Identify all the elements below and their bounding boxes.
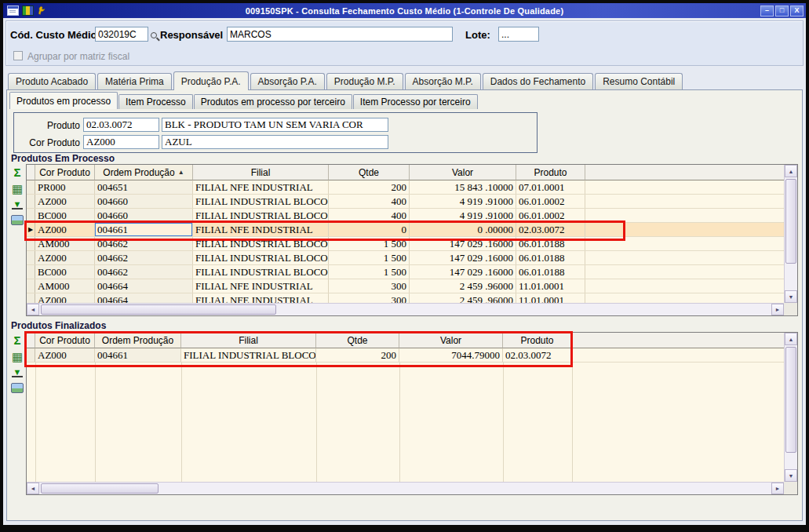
scroll-left-button[interactable]: ◄ [27,483,39,494]
cod-custo-medio-input[interactable] [95,27,148,42]
grid2-empty-area [27,363,797,483]
produtos-finalizados-grid: Cor Produto Ordem Produção Filial Qtde V… [26,332,798,495]
minimize-button[interactable]: – [760,5,774,16]
export-grid-icon[interactable]: ▦ [12,352,23,363]
cor-produto-desc-input[interactable] [162,135,388,149]
row-indicator-header [27,165,35,180]
app-icon[interactable] [22,5,34,16]
column-header-label: Valor [452,167,473,178]
sum-icon[interactable]: Σ [13,166,20,178]
grid1-vertical-scrollbar[interactable]: ▲ ▼ [784,165,797,303]
scrollbar-thumb[interactable] [785,347,796,453]
column-header-filial[interactable]: Filial [181,333,316,348]
responsavel-label: Responsável [160,29,223,41]
column-header-label: Qtde [347,335,367,346]
sum-icon[interactable]: Σ [13,334,20,346]
column-header-filial[interactable]: Filial [193,165,329,180]
tab-absorcao-pa[interactable]: Absorção P.A. [250,73,325,89]
table-row[interactable]: ▶ AZ000 004661 FILIAL NFE INDUSTRIAL 0 0… [27,223,797,237]
scrollbar-corner [784,482,797,494]
column-header-qtde[interactable]: Qtde [316,333,399,348]
tab-resumo-contabil[interactable]: Resumo Contábil [595,73,683,89]
table-row[interactable]: AM000 004662 FILIAL INDUSTRIAL BLOCO K 1… [27,237,797,251]
grid2-vertical-scrollbar[interactable]: ▲ ▼ [784,333,797,482]
column-header-valor[interactable]: Valor [399,333,503,348]
table-row[interactable]: AZ000 004661 FILIAL INDUSTRIAL BLOCO K 2… [27,348,797,363]
column-header-qtde[interactable]: Qtde [329,165,410,180]
tab-item-processo-por-terceiro[interactable]: Item Processo por terceiro [353,94,478,109]
produto-desc-input[interactable] [162,118,388,132]
app-surface: 009150SPK - Consulta Fechamento Custo Mé… [3,3,806,525]
grid1-horizontal-scrollbar[interactable]: ◄ ► [27,303,784,315]
wrench-icon[interactable] [37,5,49,16]
scrollbar-thumb[interactable] [41,483,159,494]
cell-qtde: 1 500 [329,251,410,264]
maximize-button[interactable]: □ [775,5,789,16]
cell-valor: 147 029 .16000 [410,237,516,250]
cod-custo-medio-label: Cód. Custo Médio [10,29,97,41]
cor-produto-code-input[interactable] [83,135,159,149]
scroll-up-button[interactable]: ▲ [785,333,797,345]
scroll-down-button[interactable]: ▼ [785,290,797,303]
table-row[interactable]: AZ000 004660 FILIAL INDUSTRIAL BLOCO K 4… [27,195,797,209]
tab-produtos-em-processo-por-terceiro[interactable]: Produtos em processo por terceiro [194,94,352,109]
scrollbar-thumb[interactable] [785,179,796,264]
grid2-horizontal-scrollbar[interactable]: ◄ ► [27,482,784,494]
scroll-right-button[interactable]: ► [771,304,784,315]
cell-produto: 06.01.0002 [516,195,585,208]
tab-item-processo[interactable]: Item Processo [118,94,193,109]
tab-producao-pa[interactable]: Produção P.A. [173,71,249,90]
cell-filial: FILIAL INDUSTRIAL BLOCO K [193,195,329,208]
image-icon[interactable] [11,383,24,393]
tab-materia-prima[interactable]: Matéria Prima [97,73,172,89]
tab-producao-mp[interactable]: Produção M.P. [326,73,403,89]
produto-code-input[interactable] [83,118,159,132]
scroll-up-button[interactable]: ▲ [785,165,797,177]
column-header-ordem-producao[interactable]: Ordem Produção▲ [95,165,193,180]
agrupar-checkbox[interactable] [13,51,23,60]
scrollbar-thumb[interactable] [41,304,276,315]
cell-cor-produto: AM000 [35,279,95,293]
export-window-icon[interactable] [7,5,19,16]
table-row[interactable]: BC000 004660 FILIAL INDUSTRIAL BLOCO K 4… [27,209,797,223]
cell-qtde: 400 [329,209,410,222]
lote-input[interactable] [498,27,539,42]
download-icon[interactable]: ▼ [12,368,23,377]
tab-produtos-em-processo[interactable]: Produtos em processo [9,92,118,109]
scroll-down-button[interactable]: ▼ [785,469,797,482]
column-header-produto[interactable]: Produto [503,333,572,348]
column-header-cor-produto[interactable]: Cor Produto [35,333,95,348]
cell-filler [585,251,797,264]
responsavel-input[interactable] [227,27,453,42]
column-header-label: Filial [239,335,258,346]
tab-absorcao-mp[interactable]: Absorção M.P. [405,73,481,89]
product-info-box: Produto Cor Produto [13,112,538,153]
cell-filler [585,180,797,194]
column-header-produto[interactable]: Produto [516,165,585,180]
cell-filial: FILIAL INDUSTRIAL BLOCO K [193,265,329,279]
column-header-cor-produto[interactable]: Cor Produto [35,165,95,180]
export-grid-icon[interactable]: ▦ [12,184,23,195]
cell-cor-produto: AM000 [35,237,95,250]
close-button[interactable]: X [790,5,804,16]
produto-label: Produto [17,120,80,131]
column-header-valor[interactable]: Valor [410,165,516,180]
download-icon[interactable]: ▼ [12,200,23,210]
table-row[interactable]: AZ000 004662 FILIAL INDUSTRIAL BLOCO K 1… [27,251,797,265]
table-row[interactable]: AM000 004664 FILIAL NFE INDUSTRIAL 300 2… [27,279,797,293]
image-icon[interactable] [11,215,24,225]
cell-produto: 06.01.0188 [516,251,585,264]
column-header-ordem-producao[interactable]: Ordem Produção [95,333,181,348]
tab-produto-acabado[interactable]: Produto Acabado [8,73,96,89]
application-window: 009150SPK - Consulta Fechamento Custo Mé… [0,0,809,532]
scroll-left-button[interactable]: ◄ [27,304,39,315]
table-row[interactable]: BC000 004662 FILIAL INDUSTRIAL BLOCO K 1… [27,265,797,279]
tab-dados-do-fechamento[interactable]: Dados do Fechamento [483,73,593,89]
lookup-icon[interactable] [150,31,159,41]
produtos-em-processo-title: Produtos Em Processo [11,153,115,164]
titlebar-toolbar [5,5,49,16]
table-row[interactable]: PR000 004651 FILIAL NFE INDUSTRIAL 200 1… [27,180,797,195]
cell-cor-produto: BC000 [35,209,95,222]
cell-produto: 06.01.0188 [516,237,585,250]
scroll-right-button[interactable]: ► [771,483,784,494]
